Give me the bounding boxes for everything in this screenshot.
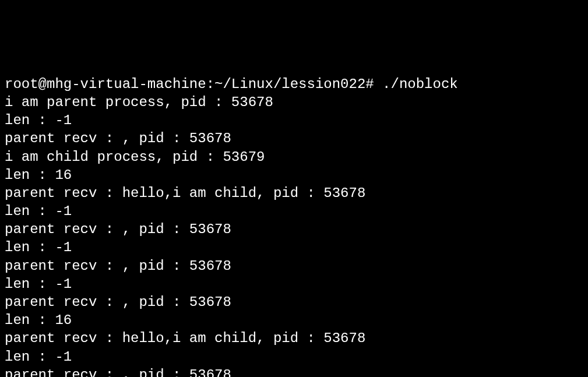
terminal-line: i am child process, pid : 53679 — [5, 148, 583, 166]
terminal-line: parent recv : hello,i am child, pid : 53… — [5, 329, 583, 347]
terminal-line: len : -1 — [5, 111, 583, 129]
terminal-line: len : -1 — [5, 238, 583, 256]
terminal-line: parent recv : , pid : 53678 — [5, 293, 583, 311]
terminal-line: parent recv : , pid : 53678 — [5, 257, 583, 275]
terminal-line: i am parent process, pid : 53678 — [5, 93, 583, 111]
terminal-line: len : -1 — [5, 202, 583, 220]
terminal-line: len : 16 — [5, 311, 583, 329]
terminal-line: parent recv : , pid : 53678 — [5, 220, 583, 238]
terminal-line: root@mhg-virtual-machine:~/Linux/lession… — [5, 75, 583, 93]
terminal-line: parent recv : , pid : 53678 — [5, 366, 583, 377]
terminal-line: len : 16 — [5, 166, 583, 184]
terminal-line: len : -1 — [5, 348, 583, 366]
terminal-output[interactable]: root@mhg-virtual-machine:~/Linux/lession… — [5, 75, 583, 377]
terminal-line: len : -1 — [5, 275, 583, 293]
terminal-line: parent recv : , pid : 53678 — [5, 129, 583, 147]
terminal-line: parent recv : hello,i am child, pid : 53… — [5, 184, 583, 202]
